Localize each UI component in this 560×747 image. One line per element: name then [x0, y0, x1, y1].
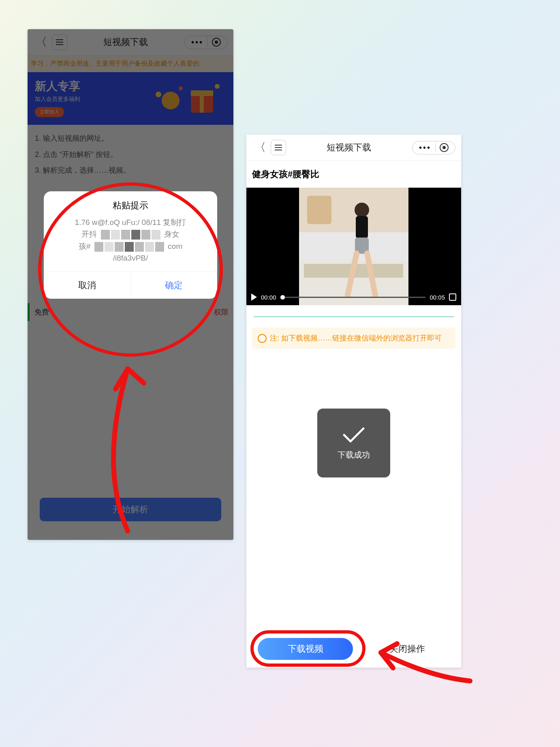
right-screenshot: 〈 短视频下载 ••• 健身女孩#腰臀比 00:00 — [246, 135, 461, 668]
time-current: 00:00 — [261, 294, 276, 301]
success-toast: 下载成功 — [317, 409, 390, 477]
svg-rect-11 — [356, 216, 368, 238]
svg-point-10 — [355, 203, 369, 217]
annotation-ring — [250, 630, 365, 667]
back-icon[interactable]: 〈 — [252, 140, 268, 155]
annotation-arrow-left — [83, 345, 164, 535]
video-player[interactable]: 00:00 00:05 — [246, 188, 461, 305]
player-controls[interactable]: 00:00 00:05 — [246, 289, 461, 305]
check-icon — [342, 426, 366, 444]
menu-icon[interactable] — [271, 140, 286, 155]
more-icon[interactable]: ••• — [415, 143, 435, 152]
annotation-arrow-right — [369, 636, 474, 685]
close-target-icon[interactable] — [440, 143, 449, 152]
download-note: 注: 如下载视频……链接在微信端外的浏览器打开即可 — [252, 327, 455, 349]
play-icon[interactable] — [251, 293, 257, 301]
video-caption: 健身女孩#腰臀比 — [246, 161, 461, 188]
svg-rect-7 — [307, 196, 331, 224]
toast-text: 下载成功 — [338, 449, 370, 460]
volume-icon[interactable] — [449, 293, 456, 301]
right-header: 〈 短视频下载 ••• — [246, 135, 461, 161]
time-total: 00:05 — [430, 294, 445, 301]
video-thumbnail — [299, 188, 408, 305]
section-divider — [254, 317, 454, 321]
page-title: 短视频下载 — [286, 141, 412, 154]
annotation-circle — [38, 182, 223, 357]
capsule-button[interactable]: ••• — [412, 141, 455, 154]
progress-bar[interactable] — [280, 297, 426, 298]
